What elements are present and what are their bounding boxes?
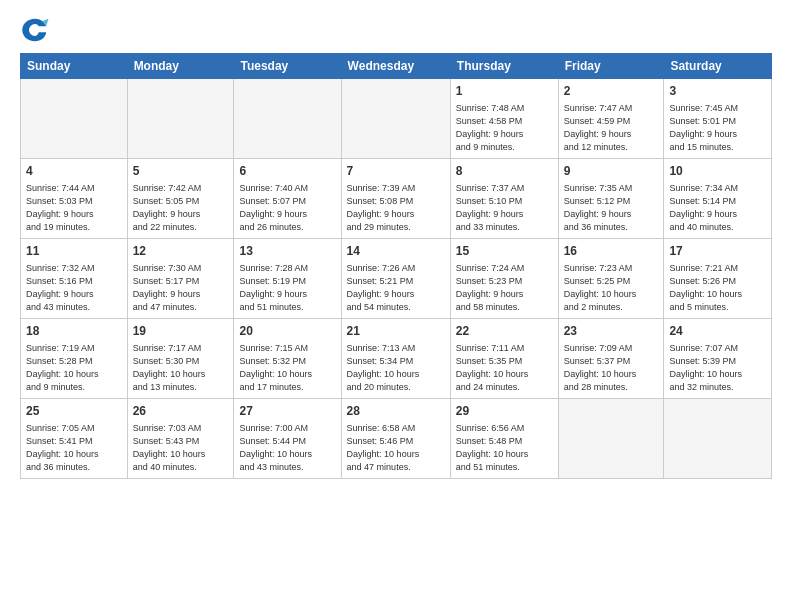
day-info: Sunrise: 7:47 AM Sunset: 4:59 PM Dayligh… (564, 102, 659, 154)
page: SundayMondayTuesdayWednesdayThursdayFrid… (0, 0, 792, 612)
day-number: 12 (133, 243, 229, 260)
day-info: Sunrise: 7:35 AM Sunset: 5:12 PM Dayligh… (564, 182, 659, 234)
logo (20, 15, 54, 45)
calendar-cell: 11Sunrise: 7:32 AM Sunset: 5:16 PM Dayli… (21, 239, 128, 319)
calendar-week-1: 1Sunrise: 7:48 AM Sunset: 4:58 PM Daylig… (21, 79, 772, 159)
day-info: Sunrise: 6:56 AM Sunset: 5:48 PM Dayligh… (456, 422, 553, 474)
calendar-week-3: 11Sunrise: 7:32 AM Sunset: 5:16 PM Dayli… (21, 239, 772, 319)
calendar-cell: 22Sunrise: 7:11 AM Sunset: 5:35 PM Dayli… (450, 319, 558, 399)
day-info: Sunrise: 7:34 AM Sunset: 5:14 PM Dayligh… (669, 182, 766, 234)
calendar-cell: 26Sunrise: 7:03 AM Sunset: 5:43 PM Dayli… (127, 399, 234, 479)
weekday-header-thursday: Thursday (450, 54, 558, 79)
calendar-cell: 28Sunrise: 6:58 AM Sunset: 5:46 PM Dayli… (341, 399, 450, 479)
day-number: 6 (239, 163, 335, 180)
weekday-header-wednesday: Wednesday (341, 54, 450, 79)
day-number: 18 (26, 323, 122, 340)
calendar-week-5: 25Sunrise: 7:05 AM Sunset: 5:41 PM Dayli… (21, 399, 772, 479)
calendar-cell: 24Sunrise: 7:07 AM Sunset: 5:39 PM Dayli… (664, 319, 772, 399)
header (20, 15, 772, 45)
day-number: 5 (133, 163, 229, 180)
day-number: 26 (133, 403, 229, 420)
day-number: 4 (26, 163, 122, 180)
day-info: Sunrise: 7:05 AM Sunset: 5:41 PM Dayligh… (26, 422, 122, 474)
day-info: Sunrise: 7:37 AM Sunset: 5:10 PM Dayligh… (456, 182, 553, 234)
logo-icon (20, 15, 50, 45)
calendar-cell: 25Sunrise: 7:05 AM Sunset: 5:41 PM Dayli… (21, 399, 128, 479)
calendar-cell: 13Sunrise: 7:28 AM Sunset: 5:19 PM Dayli… (234, 239, 341, 319)
calendar-cell: 9Sunrise: 7:35 AM Sunset: 5:12 PM Daylig… (558, 159, 664, 239)
weekday-header-friday: Friday (558, 54, 664, 79)
day-number: 28 (347, 403, 445, 420)
calendar-cell: 20Sunrise: 7:15 AM Sunset: 5:32 PM Dayli… (234, 319, 341, 399)
day-info: Sunrise: 7:32 AM Sunset: 5:16 PM Dayligh… (26, 262, 122, 314)
day-info: Sunrise: 7:11 AM Sunset: 5:35 PM Dayligh… (456, 342, 553, 394)
weekday-header-row: SundayMondayTuesdayWednesdayThursdayFrid… (21, 54, 772, 79)
day-number: 23 (564, 323, 659, 340)
day-info: Sunrise: 7:30 AM Sunset: 5:17 PM Dayligh… (133, 262, 229, 314)
calendar-cell: 16Sunrise: 7:23 AM Sunset: 5:25 PM Dayli… (558, 239, 664, 319)
day-info: Sunrise: 7:45 AM Sunset: 5:01 PM Dayligh… (669, 102, 766, 154)
day-number: 10 (669, 163, 766, 180)
calendar-table: SundayMondayTuesdayWednesdayThursdayFrid… (20, 53, 772, 479)
calendar-cell (234, 79, 341, 159)
calendar-cell: 18Sunrise: 7:19 AM Sunset: 5:28 PM Dayli… (21, 319, 128, 399)
calendar-cell (341, 79, 450, 159)
day-info: Sunrise: 7:40 AM Sunset: 5:07 PM Dayligh… (239, 182, 335, 234)
day-info: Sunrise: 7:00 AM Sunset: 5:44 PM Dayligh… (239, 422, 335, 474)
calendar-cell: 15Sunrise: 7:24 AM Sunset: 5:23 PM Dayli… (450, 239, 558, 319)
day-info: Sunrise: 7:07 AM Sunset: 5:39 PM Dayligh… (669, 342, 766, 394)
weekday-header-saturday: Saturday (664, 54, 772, 79)
calendar-cell: 7Sunrise: 7:39 AM Sunset: 5:08 PM Daylig… (341, 159, 450, 239)
day-number: 21 (347, 323, 445, 340)
calendar-cell: 8Sunrise: 7:37 AM Sunset: 5:10 PM Daylig… (450, 159, 558, 239)
day-info: Sunrise: 7:13 AM Sunset: 5:34 PM Dayligh… (347, 342, 445, 394)
calendar-cell: 23Sunrise: 7:09 AM Sunset: 5:37 PM Dayli… (558, 319, 664, 399)
day-number: 25 (26, 403, 122, 420)
day-info: Sunrise: 7:39 AM Sunset: 5:08 PM Dayligh… (347, 182, 445, 234)
day-number: 27 (239, 403, 335, 420)
day-info: Sunrise: 7:19 AM Sunset: 5:28 PM Dayligh… (26, 342, 122, 394)
day-number: 29 (456, 403, 553, 420)
day-number: 22 (456, 323, 553, 340)
calendar-cell: 3Sunrise: 7:45 AM Sunset: 5:01 PM Daylig… (664, 79, 772, 159)
day-info: Sunrise: 7:03 AM Sunset: 5:43 PM Dayligh… (133, 422, 229, 474)
calendar-cell: 29Sunrise: 6:56 AM Sunset: 5:48 PM Dayli… (450, 399, 558, 479)
day-number: 17 (669, 243, 766, 260)
day-number: 14 (347, 243, 445, 260)
weekday-header-monday: Monday (127, 54, 234, 79)
day-info: Sunrise: 7:44 AM Sunset: 5:03 PM Dayligh… (26, 182, 122, 234)
day-info: Sunrise: 7:23 AM Sunset: 5:25 PM Dayligh… (564, 262, 659, 314)
day-number: 1 (456, 83, 553, 100)
day-number: 24 (669, 323, 766, 340)
calendar-cell: 17Sunrise: 7:21 AM Sunset: 5:26 PM Dayli… (664, 239, 772, 319)
calendar-cell: 19Sunrise: 7:17 AM Sunset: 5:30 PM Dayli… (127, 319, 234, 399)
calendar-cell: 6Sunrise: 7:40 AM Sunset: 5:07 PM Daylig… (234, 159, 341, 239)
day-info: Sunrise: 7:21 AM Sunset: 5:26 PM Dayligh… (669, 262, 766, 314)
calendar-cell: 12Sunrise: 7:30 AM Sunset: 5:17 PM Dayli… (127, 239, 234, 319)
calendar-cell (664, 399, 772, 479)
day-info: Sunrise: 6:58 AM Sunset: 5:46 PM Dayligh… (347, 422, 445, 474)
calendar-cell (21, 79, 128, 159)
calendar-cell: 5Sunrise: 7:42 AM Sunset: 5:05 PM Daylig… (127, 159, 234, 239)
weekday-header-tuesday: Tuesday (234, 54, 341, 79)
day-info: Sunrise: 7:09 AM Sunset: 5:37 PM Dayligh… (564, 342, 659, 394)
calendar-cell: 10Sunrise: 7:34 AM Sunset: 5:14 PM Dayli… (664, 159, 772, 239)
day-info: Sunrise: 7:42 AM Sunset: 5:05 PM Dayligh… (133, 182, 229, 234)
calendar-cell (127, 79, 234, 159)
calendar-week-2: 4Sunrise: 7:44 AM Sunset: 5:03 PM Daylig… (21, 159, 772, 239)
day-info: Sunrise: 7:17 AM Sunset: 5:30 PM Dayligh… (133, 342, 229, 394)
day-number: 15 (456, 243, 553, 260)
calendar-cell: 27Sunrise: 7:00 AM Sunset: 5:44 PM Dayli… (234, 399, 341, 479)
day-number: 8 (456, 163, 553, 180)
calendar-cell: 2Sunrise: 7:47 AM Sunset: 4:59 PM Daylig… (558, 79, 664, 159)
calendar-cell: 21Sunrise: 7:13 AM Sunset: 5:34 PM Dayli… (341, 319, 450, 399)
day-info: Sunrise: 7:15 AM Sunset: 5:32 PM Dayligh… (239, 342, 335, 394)
calendar-cell: 14Sunrise: 7:26 AM Sunset: 5:21 PM Dayli… (341, 239, 450, 319)
day-number: 11 (26, 243, 122, 260)
day-number: 7 (347, 163, 445, 180)
day-info: Sunrise: 7:24 AM Sunset: 5:23 PM Dayligh… (456, 262, 553, 314)
day-info: Sunrise: 7:26 AM Sunset: 5:21 PM Dayligh… (347, 262, 445, 314)
day-number: 20 (239, 323, 335, 340)
day-info: Sunrise: 7:48 AM Sunset: 4:58 PM Dayligh… (456, 102, 553, 154)
weekday-header-sunday: Sunday (21, 54, 128, 79)
